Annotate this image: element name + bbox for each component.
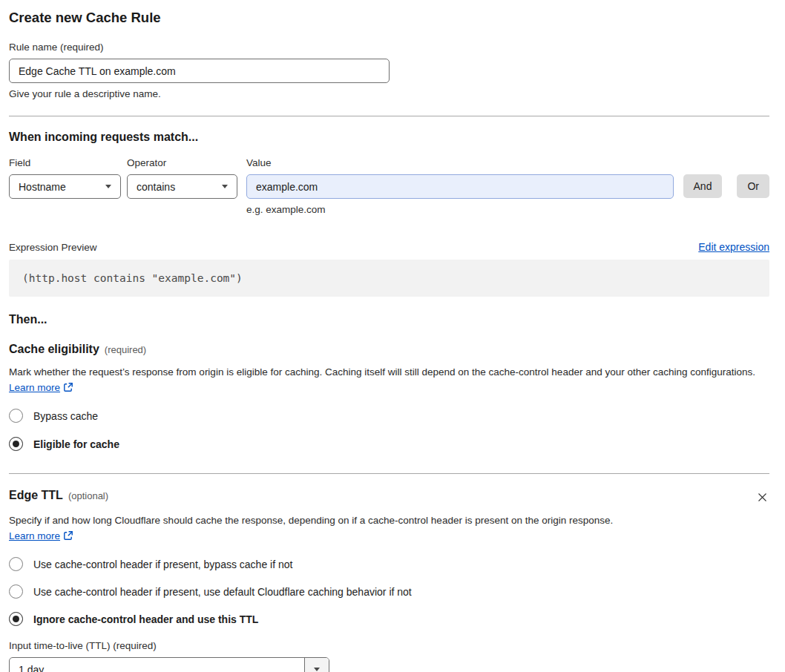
rule-name-help: Give your rule a descriptive name.: [9, 88, 769, 99]
match-condition-row: Field Hostname Operator contains Value e…: [9, 157, 769, 215]
page-title: Create new Cache Rule: [9, 10, 769, 26]
chevron-down-icon[interactable]: [304, 658, 329, 672]
value-label: Value: [246, 157, 674, 168]
cache-eligibility-qualifier: (required): [105, 344, 146, 355]
close-edge-ttl-button[interactable]: [755, 490, 769, 504]
radio-option-ignore-header-ttl[interactable]: Ignore cache-control header and use this…: [9, 612, 258, 626]
cache-eligibility-heading: Cache eligibility: [9, 343, 99, 356]
field-select[interactable]: Hostname: [9, 174, 121, 199]
radio-option-label: Ignore cache-control header and use this…: [33, 613, 258, 625]
expression-preview-row: Expression Preview Edit expression: [9, 241, 769, 253]
edge-ttl-description: Specify if and how long Cloudflare shoul…: [9, 513, 626, 544]
radio-option-eligible-for-cache[interactable]: Eligible for cache: [9, 437, 119, 451]
field-select-value: Hostname: [19, 181, 66, 193]
radio-checked-icon: [9, 612, 23, 626]
chevron-down-icon: [222, 185, 228, 188]
field-label: Field: [9, 157, 121, 168]
learn-more-link[interactable]: Learn more: [9, 530, 60, 541]
external-link-icon: [63, 530, 73, 541]
edge-ttl-heading-row: Edge TTL (optional): [9, 489, 769, 504]
operator-label: Operator: [127, 157, 237, 168]
radio-option-use-header-default[interactable]: Use cache-control header if present, use…: [9, 584, 412, 599]
edge-ttl-heading: Edge TTL: [9, 489, 63, 502]
edit-expression-link[interactable]: Edit expression: [698, 241, 769, 253]
cache-eligibility-description: Mark whether the request’s response from…: [9, 364, 769, 395]
then-heading: Then...: [9, 313, 769, 326]
radio-unchecked-icon: [9, 409, 23, 423]
cache-eligibility-description-text: Mark whether the request’s response from…: [9, 366, 755, 378]
or-button[interactable]: Or: [737, 174, 769, 198]
ttl-input-label: Input time-to-live (TTL) (required): [9, 640, 769, 651]
radio-option-label: Use cache-control header if present, use…: [33, 586, 412, 598]
operator-select-value: contains: [137, 181, 175, 193]
and-button[interactable]: And: [683, 174, 723, 198]
divider: [9, 116, 769, 116]
ttl-select-value: 1 day: [10, 658, 304, 672]
external-link-icon: [63, 382, 73, 392]
expression-preview-label: Expression Preview: [9, 242, 97, 253]
operator-select[interactable]: contains: [127, 174, 237, 199]
rule-name-label: Rule name (required): [9, 42, 769, 53]
match-heading: When incoming requests match...: [9, 131, 769, 144]
radio-unchecked-icon: [9, 584, 23, 599]
radio-unchecked-icon: [9, 557, 23, 571]
chevron-down-icon: [105, 185, 111, 188]
radio-checked-icon: [9, 437, 23, 451]
radio-option-label: Use cache-control header if present, byp…: [33, 559, 292, 570]
radio-option-label: Eligible for cache: [33, 438, 119, 450]
expression-code: (http.host contains "example.com"): [9, 260, 769, 297]
value-input[interactable]: [246, 174, 674, 199]
close-icon: [757, 492, 768, 503]
create-cache-rule-page: Create new Cache Rule Rule name (require…: [0, 0, 785, 672]
radio-option-use-header-bypass[interactable]: Use cache-control header if present, byp…: [9, 557, 292, 571]
edge-ttl-qualifier: (optional): [68, 490, 108, 501]
edge-ttl-description-text: Specify if and how long Cloudflare shoul…: [9, 515, 613, 526]
rule-name-input[interactable]: [9, 59, 390, 83]
divider: [9, 473, 769, 474]
value-help: e.g. example.com: [246, 204, 674, 215]
radio-option-bypass-cache[interactable]: Bypass cache: [9, 409, 98, 423]
cache-eligibility-heading-row: Cache eligibility (required): [9, 343, 769, 356]
radio-option-label: Bypass cache: [33, 410, 98, 422]
ttl-select[interactable]: 1 day: [9, 657, 329, 672]
learn-more-link[interactable]: Learn more: [9, 382, 60, 393]
